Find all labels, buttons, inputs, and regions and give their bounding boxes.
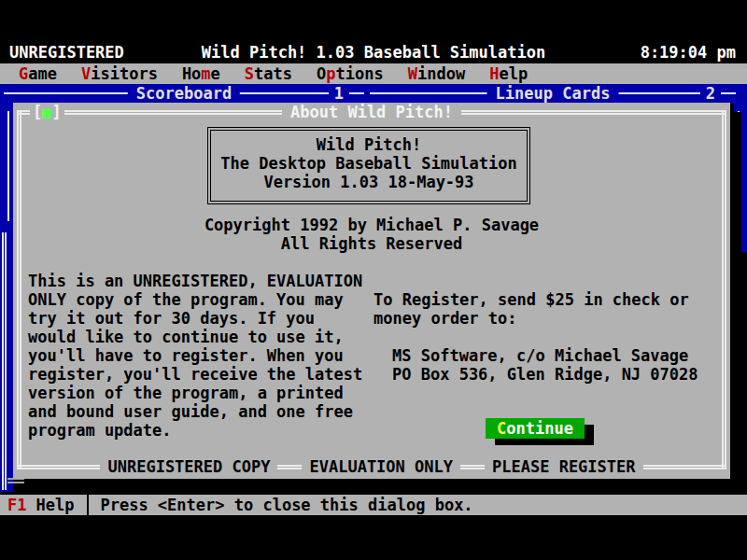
window-border-line (738, 111, 740, 242)
lineup-cards-window-titlebar[interactable]: Lineup Cards 2 (370, 84, 736, 104)
status-bar: F1 Help Press <Enter> to close this dial… (0, 495, 747, 515)
dialog-title-row: [■] About Wild Pitch! (13, 103, 730, 122)
menu-options[interactable]: Options (307, 64, 393, 83)
about-dialog: [■] About Wild Pitch! Wild Pitch! The De… (13, 103, 730, 479)
menu-game[interactable]: Game (9, 64, 66, 83)
status-message: Press <Enter> to close this dialog box. (100, 496, 472, 514)
dialog-border-left (17, 112, 21, 469)
scoreboard-window-titlebar[interactable]: Scoreboard 1 (4, 84, 364, 104)
register-address: MS Software, c/o Michael Savage PO Box 5… (392, 346, 698, 384)
window-border-double-line (2, 232, 7, 490)
background-window-border (738, 257, 740, 481)
dialog-border-right (722, 112, 726, 469)
close-icon: ■ (42, 103, 51, 121)
app-title-bar: UNREGISTERED Wild Pitch! 1.03 Baseball S… (0, 42, 747, 63)
program-tagline: The Desktop Baseball Simulation (211, 154, 527, 173)
lineup-cards-window-number: 2 (700, 84, 721, 104)
f1-help-label[interactable]: Help (35, 496, 74, 514)
app-title: Wild Pitch! 1.03 Baseball Simulation (202, 42, 545, 63)
lineup-cards-window-title: Lineup Cards (487, 84, 619, 104)
clock: 8:19:04 pm (641, 42, 736, 63)
evaluation-notice-text: This is an UNREGISTERED, EVALUATION ONLY… (28, 272, 362, 440)
copyright-text: Copyright 1992 by Michael P. Savage All … (13, 216, 730, 253)
register-instructions: To Register, send $25 in check or money … (374, 290, 689, 328)
close-button[interactable]: [■] (30, 103, 64, 122)
program-info-box: Wild Pitch! The Desktop Baseball Simulat… (207, 127, 530, 204)
f1-key-hint[interactable]: F1 (7, 496, 26, 514)
menu-stats[interactable]: Stats (235, 64, 302, 83)
registration-status: UNREGISTERED (9, 42, 124, 63)
dialog-title: About Wild Pitch! (282, 103, 461, 122)
status-bar-divider (87, 495, 89, 515)
dialog-footer-row: UNREGISTERED COPY EVALUATION ONLY PLEASE… (13, 457, 730, 477)
scoreboard-window-title: Scoreboard (128, 84, 240, 104)
footer-please-register: PLEASE REGISTER (485, 457, 643, 477)
program-version: Version 1.03 18-May-93 (211, 173, 527, 191)
lineup-window-right-edge (734, 104, 747, 252)
tiled-windows-title-row: Scoreboard 1 Lineup Cards 2 (0, 84, 747, 104)
menu-visitors[interactable]: Visitors (72, 64, 167, 83)
menu-home[interactable]: Home (173, 64, 230, 83)
menu-help[interactable]: Help (480, 64, 537, 83)
scoreboard-window-left-edge (0, 104, 13, 492)
scoreboard-window-number: 1 (329, 84, 349, 104)
footer-unregistered-copy: UNREGISTERED COPY (100, 457, 277, 477)
program-name: Wild Pitch! (211, 135, 527, 154)
menu-window[interactable]: Window (399, 64, 474, 83)
continue-button[interactable]: Continue (486, 418, 585, 439)
dos-screen: { "colors": { "desktop": "#000000", "pan… (0, 0, 747, 560)
menu-bar: Game Visitors Home Stats Options Window … (0, 63, 747, 84)
footer-evaluation-only: EVALUATION ONLY (302, 457, 460, 477)
window-border-line (7, 111, 9, 221)
